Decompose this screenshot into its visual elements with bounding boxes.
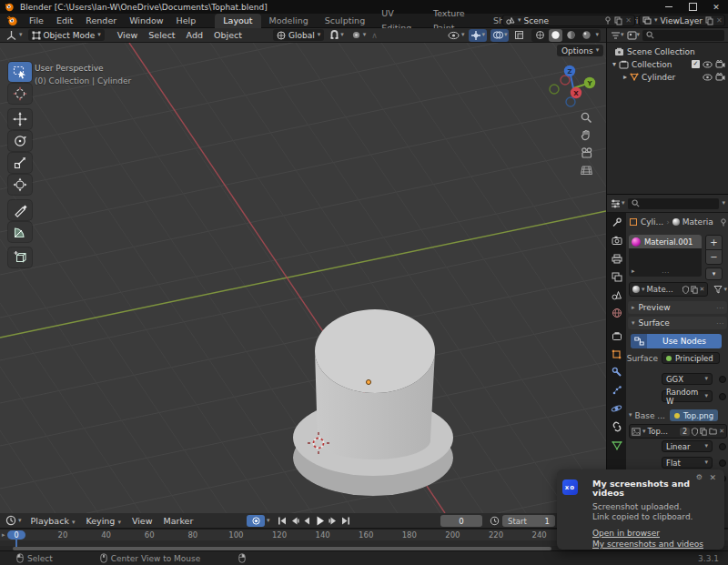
tab-render[interactable] (607, 233, 626, 247)
slot-specials-menu[interactable]: ▾ (705, 267, 723, 280)
tab-particles[interactable] (607, 383, 626, 398)
overlays-toggle[interactable]: ▾ (490, 29, 510, 42)
region-toggle-icon[interactable]: ▸ (2, 532, 5, 539)
keying-menu[interactable]: Keying ▾ (80, 516, 126, 526)
tool-cursor[interactable] (8, 84, 32, 104)
disable-render-camera-icon[interactable] (715, 60, 725, 68)
snap-toggle[interactable]: ▾ (329, 30, 344, 40)
tab-view-layer[interactable] (607, 269, 626, 284)
prev-keyframe-button[interactable] (288, 515, 300, 527)
disclosure-closed-icon[interactable]: ▸ (623, 74, 627, 81)
caret-down-icon[interactable]: ▾ (267, 518, 270, 524)
tool-measure[interactable] (8, 222, 32, 242)
list-expand-icon[interactable]: ▸ (632, 268, 635, 275)
subsurface-method-dropdown[interactable]: Random W▾ (662, 390, 726, 402)
timeline-editor-type-button[interactable]: ▾ (5, 515, 22, 526)
outliner-row-scene-collection[interactable]: Scene Collection (614, 45, 695, 57)
list-resize-grip[interactable]: ⋯ (662, 268, 669, 277)
display-mode-icon[interactable]: ▾ (627, 31, 641, 40)
orientation-selector[interactable]: Global ▾ (273, 29, 324, 41)
panel-preview[interactable]: ▸ Preview ⋯ (628, 301, 727, 314)
blender-menu-logo-icon[interactable] (6, 15, 19, 26)
image-name-input[interactable]: Top... (648, 427, 679, 436)
tool-rotate[interactable] (8, 131, 32, 151)
tool-add-cube[interactable] (8, 247, 32, 267)
fake-user-shield-icon[interactable] (692, 428, 698, 436)
base-color-input-chip[interactable]: Top.png (670, 409, 718, 421)
new-material-copy-icon[interactable] (691, 286, 698, 294)
viewport-menu-item[interactable]: View (112, 30, 144, 40)
tab-tool[interactable] (607, 215, 626, 229)
tool-annotate[interactable] (8, 200, 32, 220)
marker-menu[interactable]: Marker (157, 516, 198, 526)
hide-eye-icon[interactable] (703, 74, 713, 81)
scene-name[interactable]: Scene (524, 16, 602, 25)
scene-selector[interactable]: ▾ Scene ✕ (502, 15, 635, 26)
viewport-menu-item[interactable]: Add (181, 30, 208, 40)
jump-to-start-button[interactable] (276, 515, 288, 527)
prev-frame-button[interactable] (301, 515, 313, 527)
workspace-tab[interactable]: Layout (215, 14, 260, 28)
start-frame-field[interactable]: Start 1 (502, 515, 555, 527)
shading-rendered-button[interactable] (580, 29, 593, 42)
unlink-icon[interactable]: ✕ (700, 286, 705, 293)
tab-constraints[interactable] (607, 419, 626, 434)
tab-physics[interactable] (607, 401, 626, 416)
tab-output[interactable] (607, 251, 626, 266)
viewport-menu-item[interactable]: Select (143, 30, 180, 40)
navigation-gizmo[interactable]: Z Y X (544, 58, 602, 116)
material-slot-selected[interactable]: Material.001 (629, 235, 702, 248)
disclosure-open-icon[interactable]: ▾ (612, 61, 616, 68)
jump-to-end-button[interactable] (339, 515, 351, 527)
zoom-icon[interactable] (579, 110, 594, 126)
slot-add-button[interactable]: + (705, 235, 723, 250)
image-datablock-field[interactable]: ▾ Top... 2 ✕ (629, 424, 727, 439)
tool-scale[interactable] (8, 153, 32, 173)
gizmo-neg-z[interactable] (566, 97, 575, 106)
current-frame-field[interactable]: 0 (440, 515, 482, 527)
pan-hand-icon[interactable] (579, 127, 594, 143)
surface-shader-button[interactable]: Principled (662, 352, 720, 364)
tab-collection-props[interactable] (607, 328, 626, 343)
menu-item[interactable]: Render (79, 14, 123, 28)
browse-material-icon[interactable] (632, 286, 640, 293)
shading-material-button[interactable] (564, 29, 578, 42)
filter-funnel-icon[interactable]: ▾ (713, 285, 727, 294)
projection-dropdown[interactable]: Flat▾ (662, 457, 726, 469)
gizmo-neg-y[interactable] (550, 85, 559, 94)
viewport-canvas[interactable] (0, 43, 606, 513)
material-name-input[interactable]: Mate... (647, 285, 681, 294)
caret-down-icon[interactable]: ▾ (722, 200, 725, 207)
gizmos-toggle[interactable]: ▾ (469, 29, 487, 42)
breadcrumb-material[interactable]: Materia (682, 217, 713, 227)
outliner-label[interactable]: Collection (632, 60, 672, 69)
outliner-search-input[interactable] (642, 30, 724, 41)
auto-keying-toggle[interactable] (247, 515, 265, 527)
tab-modifiers[interactable] (607, 365, 626, 379)
outliner-label[interactable]: Scene Collection (627, 47, 695, 56)
notification-popup[interactable]: ⚙ ✕ xo My screenshots and videos Screens… (557, 469, 724, 550)
slot-remove-button[interactable]: − (705, 249, 723, 265)
breadcrumb-object[interactable]: Cyli... (641, 217, 663, 227)
menu-item[interactable]: Window (123, 14, 169, 28)
view-menu[interactable]: View (126, 516, 158, 526)
outliner-row-cylinder[interactable]: ▸ Cylinder (623, 71, 725, 83)
tool-move[interactable] (8, 109, 32, 129)
tab-object-data[interactable] (607, 438, 626, 452)
use-nodes-button[interactable]: Use Nodes (631, 334, 722, 348)
pin-icon[interactable] (604, 16, 612, 25)
xray-toggle[interactable] (512, 29, 526, 42)
open-folder-icon[interactable] (709, 428, 717, 435)
decorator-dot[interactable] (719, 393, 726, 400)
next-keyframe-button[interactable] (327, 515, 339, 527)
copy-icon[interactable] (705, 16, 713, 25)
workspace-tab[interactable]: Sculpting (317, 14, 373, 28)
unlink-icon[interactable]: ✕ (719, 428, 724, 435)
image-icon[interactable] (632, 428, 641, 436)
copy-icon[interactable] (700, 428, 707, 436)
play-button[interactable] (314, 515, 326, 527)
camera-view-icon[interactable] (579, 145, 594, 160)
options-dropdown[interactable]: Options ▾ (557, 45, 603, 56)
playback-menu[interactable]: Playback ▾ (25, 516, 81, 526)
image-users-count[interactable]: 2 (680, 428, 690, 436)
